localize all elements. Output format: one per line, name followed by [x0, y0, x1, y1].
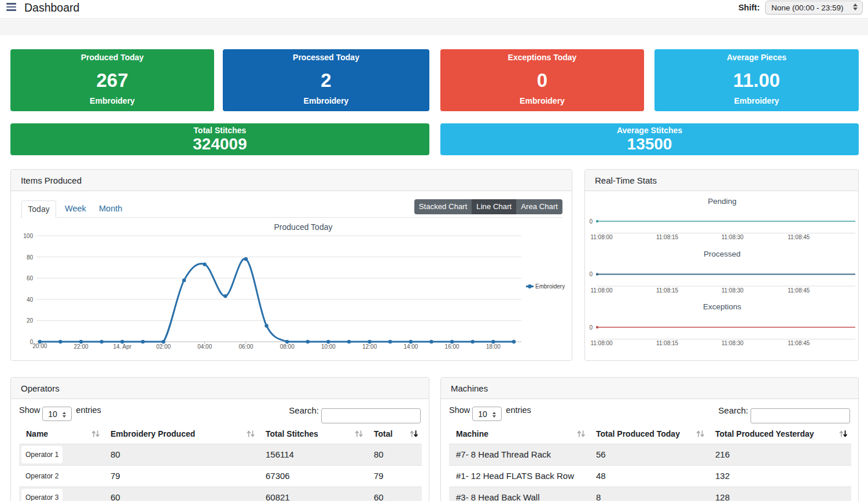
svg-text:11:08:15: 11:08:15 — [656, 287, 679, 294]
svg-text:11:08:45: 11:08:45 — [788, 340, 810, 346]
svg-text:02:00: 02:00 — [156, 343, 171, 350]
svg-text:18:00: 18:00 — [486, 343, 501, 350]
svg-text:11:08:00: 11:08:00 — [590, 287, 613, 294]
svg-text:11:08:45: 11:08:45 — [788, 287, 810, 294]
svg-text:11:08:45: 11:08:45 — [788, 234, 810, 240]
svg-text:0: 0 — [589, 271, 593, 277]
svg-text:11:08:15: 11:08:15 — [656, 234, 679, 240]
svg-text:80: 80 — [27, 254, 34, 261]
svg-text:0: 0 — [589, 324, 593, 331]
svg-text:14. Apr: 14. Apr — [113, 343, 131, 350]
svg-text:Pending: Pending — [708, 197, 737, 206]
svg-text:11:08:15: 11:08:15 — [656, 340, 679, 346]
svg-text:11:08:00: 11:08:00 — [590, 340, 613, 346]
svg-text:22:00: 22:00 — [73, 343, 88, 350]
svg-text:11:08:30: 11:08:30 — [722, 234, 744, 240]
svg-text:11:08:30: 11:08:30 — [722, 287, 744, 294]
svg-text:100: 100 — [23, 233, 33, 239]
svg-text:Embroidery: Embroidery — [535, 283, 565, 290]
svg-text:Processed: Processed — [704, 250, 741, 258]
svg-text:11:08:30: 11:08:30 — [722, 340, 744, 346]
svg-text:16:00: 16:00 — [445, 343, 459, 350]
svg-text:Exceptions: Exceptions — [703, 302, 741, 311]
svg-text:40: 40 — [27, 297, 34, 303]
svg-text:20: 20 — [27, 317, 34, 324]
svg-text:20:00: 20:00 — [32, 343, 47, 349]
svg-text:60: 60 — [27, 275, 34, 281]
svg-text:04:00: 04:00 — [197, 343, 212, 350]
svg-text:06:00: 06:00 — [238, 343, 253, 350]
svg-text:Produced Today: Produced Today — [274, 222, 333, 232]
svg-text:14:00: 14:00 — [403, 343, 418, 350]
svg-text:11:08:00: 11:08:00 — [590, 234, 613, 240]
svg-text:10:00: 10:00 — [321, 343, 336, 350]
svg-text:0: 0 — [589, 218, 593, 225]
svg-text:08:00: 08:00 — [280, 343, 295, 350]
svg-text:12:00: 12:00 — [362, 343, 377, 350]
